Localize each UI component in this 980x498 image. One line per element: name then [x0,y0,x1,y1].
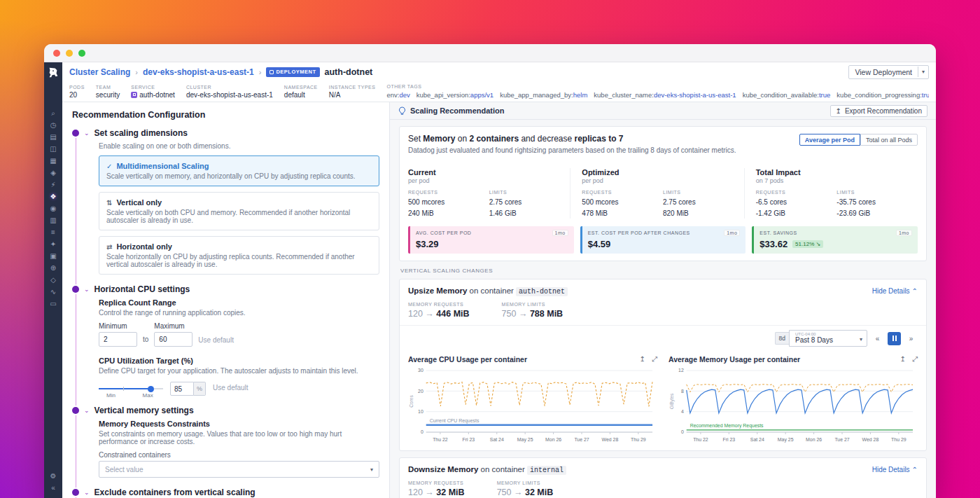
slider-handle[interactable] [148,386,154,392]
constrained-containers-select[interactable]: Select value▾ [99,461,379,478]
breadcrumb-separator-icon: › [135,68,138,76]
option-horizontal-only[interactable]: ⇄Horizontal only Scale horizontally on C… [99,236,379,275]
replica-count-range-heading: Replica Count Range [99,298,379,307]
view-deployment-button[interactable]: View Deployment▾ [848,65,929,79]
infrastructure-icon[interactable]: ▤ [44,131,62,143]
export-recommendation-button[interactable]: ↥Export Recommendation [830,105,927,117]
section-vertical-memory-settings: ⌄ Vertical memory settings Memory Reques… [72,406,379,478]
tag[interactable]: env:dev [386,91,410,99]
tag[interactable]: kube_app_managed_by:helm [500,91,587,99]
toggle-average-per-pod[interactable]: Average per Pod [799,134,860,146]
svg-text:Current CPU Requests: Current CPU Requests [430,418,479,424]
caret-down-icon: ▾ [370,466,373,473]
toggle-total-all-pods[interactable]: Total on all Pods [860,134,918,146]
timeframe-select[interactable]: UTC-04:00Past 8 Days▾ [789,330,867,347]
fullscreen-icon[interactable]: ⤢ [652,355,657,364]
close-window-button[interactable] [53,50,60,57]
apm-icon[interactable]: ✦ [44,238,62,250]
cpu-target-slider[interactable]: Min Max [99,388,163,389]
est-savings-box: EST. SAVINGS1mo $33.6251.12% ↘ [752,226,918,254]
section-bullet [72,286,79,293]
option-multidimensional-scaling[interactable]: ✓Multidimensional Scaling Scale vertical… [99,155,379,186]
breadcrumb-cluster[interactable]: dev-eks-shopist-a-us-east-1 [143,67,254,77]
deployment-name: auth-dotnet [325,67,373,77]
memory-limits-change: MEMORY LIMITS750 → 32 MiB [497,480,554,497]
caret-down-icon[interactable]: ▾ [918,67,928,77]
option-vertical-only[interactable]: ⇅Vertical only Scale vertically on both … [99,192,379,230]
forward-button[interactable]: » [904,332,918,345]
column-total-impact: Total Impact on 7 pods REQUESTS-6.5 core… [744,168,918,219]
svg-text:May 25: May 25 [517,437,533,443]
notebooks-icon[interactable]: ▭ [44,298,62,310]
tag[interactable]: kube_api_version:apps/v1 [416,91,493,99]
profiling-icon[interactable]: ∿ [44,286,62,298]
section-horizontal-cpu-settings: ⌄ Horizontal CPU settings Replica Count … [72,284,379,396]
monitors-icon[interactable]: ◉ [44,202,62,214]
arrow-icon: → [425,309,434,319]
export-chart-icon[interactable]: ↥ [640,355,645,364]
meta-value-service[interactable]: auth-dotnet [131,91,175,99]
meta-label: SERVICE [131,85,175,90]
tag[interactable]: kube_condition_available:true [743,91,831,99]
cpu-target-input[interactable] [170,382,194,396]
use-default-link[interactable]: Use default [213,384,248,394]
cpu-usage-plot[interactable]: 0102030Thu 22Fri 23Sat 24May 25Mon 26Tue… [408,365,657,443]
dashboards-icon[interactable]: ▥ [44,214,62,226]
maximize-window-button[interactable] [78,50,85,57]
deployment-badge: DEPLOYMENT [266,67,319,77]
logs-icon[interactable]: ≡ [44,226,62,238]
chevron-up-icon: ⌃ [912,287,918,295]
svg-text:Mon 26: Mon 26 [806,437,822,442]
meta-value-cluster[interactable]: dev-eks-shopist-a-us-east-1 [186,91,273,99]
section-header-scaling-dimensions[interactable]: ⌄ Set scaling dimensions [72,128,379,138]
chevron-down-icon: ⌄ [84,286,90,293]
vertical-scaling-changes-label: VERTICAL SCALING CHANGES [400,268,925,274]
settings-icon[interactable]: ⚙ [44,470,62,482]
svg-text:Wed 28: Wed 28 [862,437,879,442]
replica-max-input[interactable] [154,332,192,347]
use-default-link[interactable]: Use default [198,336,234,347]
hide-details-link[interactable]: Hide Details⌃ [872,287,918,295]
section-header-horizontal-cpu[interactable]: ⌄ Horizontal CPU settings [72,284,379,294]
app-window: ⌕◷▤◫▦◈⚡❖◉▥≡✦▣⊕◇∿▭ ⚙« Cluster Scaling › d… [44,44,936,498]
recents-icon[interactable]: ◷ [44,119,62,131]
datadog-logo[interactable] [47,66,59,78]
fullscreen-icon[interactable]: ⤢ [912,355,918,364]
integrations-icon[interactable]: ◇ [44,274,62,286]
containers-icon[interactable]: ◫ [44,143,62,155]
metrics-icon[interactable]: ◈ [44,167,62,179]
memory-usage-plot[interactable]: 04812Thu 22Fri 23Sat 24May 25Mon 26Tue 2… [668,365,918,443]
hide-details-link[interactable]: Hide Details⌃ [872,466,918,473]
section-header-vertical-memory[interactable]: ⌄ Vertical memory settings [72,406,379,415]
synthetics-icon[interactable]: ⊕ [44,262,62,274]
meta-value-namespace[interactable]: default [284,91,318,99]
caret-down-icon: ▾ [860,336,862,343]
chevron-down-icon: ⌄ [84,130,90,137]
breadcrumb-cluster-scaling[interactable]: Cluster Scaling [69,67,130,77]
arrow-icon: → [514,487,523,497]
svg-text:Thu 29: Thu 29 [891,437,906,442]
hosts-icon[interactable]: ▦ [44,155,62,167]
meta-value-team[interactable]: security [96,91,120,99]
minimize-window-button[interactable] [66,50,73,57]
cluster-scaling-icon[interactable]: ❖ [44,191,62,202]
rewind-button[interactable]: « [871,332,884,345]
security-icon[interactable]: ▣ [44,250,62,262]
deployment-cube-icon [270,70,274,74]
tag[interactable]: kube_condition_progressing:true [836,91,929,99]
pause-button[interactable] [888,332,901,345]
section-header-exclude-containers[interactable]: ⌄ Exclude containers from vertical scali… [72,487,379,497]
arrow-icon: → [425,487,434,497]
svg-text:Tue 27: Tue 27 [574,437,589,442]
search-icon[interactable]: ⌕ [44,107,62,119]
replica-min-input[interactable] [99,332,137,347]
savings-percent-badge: 51.12% ↘ [792,240,823,248]
period-badge: 1mo [724,230,740,236]
events-icon[interactable]: ⚡ [44,179,62,191]
export-chart-icon[interactable]: ↥ [900,355,906,364]
svg-text:Thu 29: Thu 29 [631,437,646,442]
tag[interactable]: kube_cluster_name:dev-eks-shopist-a-us-e… [594,91,736,99]
collapse-nav-icon[interactable]: « [44,482,62,494]
svg-text:20: 20 [418,389,424,394]
chevron-up-icon: ⌃ [912,466,918,473]
